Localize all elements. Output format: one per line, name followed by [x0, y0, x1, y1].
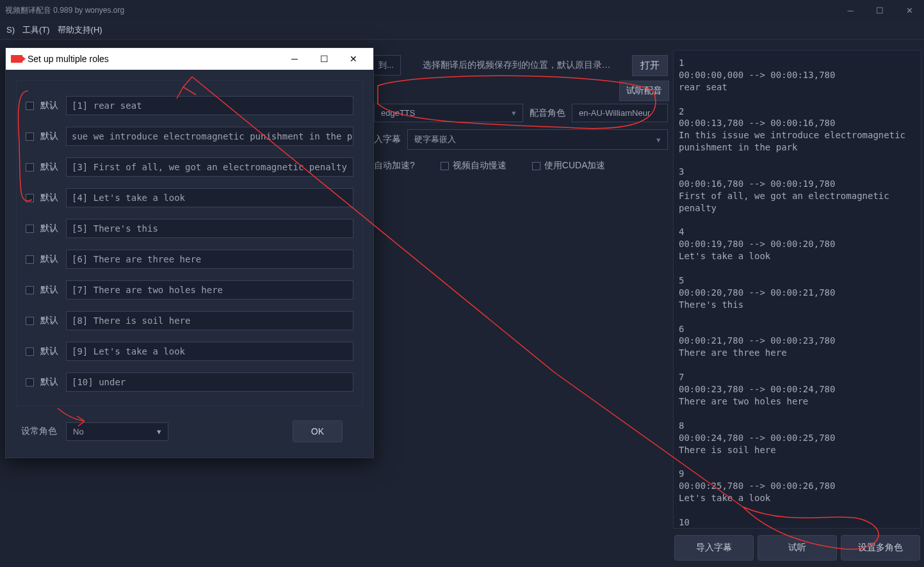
maximize-button[interactable]: ☐	[865, 0, 895, 20]
app-title: 视频翻译配音 0.989 by wonyes.org	[5, 5, 124, 16]
role-row: 默认[9] Let's take a look	[26, 342, 353, 361]
auto-slow-checkbox[interactable]	[441, 162, 449, 170]
role-row: 默认[7] There are two holes here	[26, 280, 353, 299]
role-row: 默认[10] under	[26, 372, 353, 392]
set-multi-role-button[interactable]: 设置多角色	[841, 535, 920, 561]
role-checkbox[interactable]	[26, 102, 34, 110]
ok-button[interactable]: OK	[293, 420, 343, 442]
preview-button[interactable]: 试听	[758, 535, 837, 561]
menu-item[interactable]: S)	[3, 25, 19, 35]
role-default-label: 默认	[40, 284, 60, 296]
role-row: 默认[4] Let's take a look	[26, 188, 353, 207]
modal-close-button[interactable]: ✕	[339, 48, 368, 70]
camera-icon	[11, 55, 22, 63]
role-default-label: 默认	[40, 223, 60, 234]
role-checkbox[interactable]	[26, 317, 34, 325]
role-text-input[interactable]: [1] rear seat	[66, 96, 353, 115]
role-default-label: 默认	[40, 253, 60, 265]
set-role-label: 设常角色	[21, 426, 57, 437]
minimize-button[interactable]: ─	[836, 0, 865, 20]
auto-accel-label: 自动加速?	[374, 160, 415, 172]
role-default-label: 默认	[40, 192, 60, 204]
role-text-input[interactable]: sue we introduce electromagnetic punishm…	[66, 127, 353, 146]
save-hint: 选择翻译后的视频保存到的位置，默认原目录…	[406, 60, 627, 71]
set-role-select[interactable]: No ▾	[66, 422, 168, 441]
role-default-label: 默认	[40, 376, 60, 388]
role-default-label: 默认	[40, 131, 60, 142]
role-row: 默认[5] There's this	[26, 219, 353, 238]
tts-engine-value: edgeTTS	[381, 108, 415, 118]
voice-select[interactable]: en-AU-WilliamNeur	[572, 104, 668, 122]
role-text-input[interactable]: [9] Let's take a look	[66, 342, 353, 361]
chevron-down-icon: ▾	[512, 108, 516, 118]
modal-titlebar: Set up multiple roles ─ ☐ ✕	[6, 48, 373, 70]
menubar: S) 工具(T) 帮助支持(H)	[0, 20, 924, 40]
subtitle-panel: 1 00:00:00,000 --> 00:00:13,780 rear sea…	[673, 50, 921, 563]
modal-maximize-button[interactable]: ☐	[309, 48, 339, 70]
subtitle-textarea[interactable]: 1 00:00:00,000 --> 00:00:13,780 rear sea…	[673, 50, 921, 529]
role-default-label: 默认	[40, 315, 60, 326]
close-button[interactable]: ✕	[895, 0, 924, 20]
subtitle-mode-select[interactable]: 硬字幕嵌入 ▾	[407, 129, 668, 150]
role-text-input[interactable]: [8] There is soil here	[66, 311, 353, 330]
voice-value: en-AU-WilliamNeur	[579, 108, 650, 118]
auto-slow-label: 视频自动慢速	[453, 160, 507, 172]
cuda-checkbox[interactable]	[532, 162, 540, 170]
menu-item[interactable]: 帮助支持(H)	[54, 24, 106, 36]
role-text-input[interactable]: [3] First of all, we got an electromagne…	[66, 157, 353, 177]
subtitle-mode-value: 硬字幕嵌入	[414, 134, 456, 145]
role-checkbox[interactable]	[26, 225, 34, 233]
role-row: 默认[6] There are three here	[26, 250, 353, 269]
multi-role-modal: Set up multiple roles ─ ☐ ✕ 默认[1] rear s…	[5, 47, 374, 458]
role-row: 默认[1] rear seat	[26, 96, 353, 115]
open-button[interactable]: 打开	[632, 55, 668, 76]
role-row: 默认[3] First of all, we got an electromag…	[26, 157, 353, 177]
voice-label: 配音角色	[530, 108, 565, 119]
menu-item[interactable]: 工具(T)	[19, 24, 54, 36]
cuda-label: 使用CUDA加速	[544, 160, 606, 172]
titlebar: 视频翻译配音 0.989 by wonyes.org ─ ☐ ✕	[0, 0, 924, 20]
import-subtitle-button[interactable]: 导入字幕	[674, 535, 754, 561]
role-checkbox[interactable]	[26, 132, 34, 141]
chevron-down-icon: ▾	[656, 135, 661, 145]
modal-minimize-button[interactable]: ─	[280, 48, 309, 70]
role-text-input[interactable]: [6] There are three here	[66, 250, 353, 269]
role-default-label: 默认	[40, 346, 60, 357]
set-role-value: No	[73, 427, 84, 436]
role-checkbox[interactable]	[26, 347, 34, 356]
role-checkbox[interactable]	[26, 194, 34, 202]
to-dropdown[interactable]: 到...	[371, 55, 401, 76]
role-checkbox[interactable]	[26, 286, 34, 294]
modal-title-text: Set up multiple roles	[28, 54, 109, 64]
role-default-label: 默认	[40, 161, 60, 173]
role-text-input[interactable]: [4] Let's take a look	[66, 188, 353, 207]
role-row: 默认sue we introduce electromagnetic punis…	[26, 127, 353, 146]
role-text-input[interactable]: [7] There are two holes here	[66, 280, 353, 299]
role-checkbox[interactable]	[26, 163, 34, 172]
tts-engine-select[interactable]: edgeTTS ▾	[374, 104, 523, 122]
role-text-input[interactable]: [10] under	[66, 372, 353, 392]
role-checkbox[interactable]	[26, 378, 34, 387]
test-listen-button[interactable]: 试听配音	[619, 81, 669, 101]
chevron-down-icon: ▾	[157, 427, 161, 436]
role-row: 默认[8] There is soil here	[26, 311, 353, 330]
role-checkbox[interactable]	[26, 255, 34, 264]
role-default-label: 默认	[40, 100, 60, 111]
subtitle-mode-label: 入字幕	[374, 134, 401, 145]
to-label: 到...	[378, 60, 394, 71]
role-text-input[interactable]: [5] There's this	[66, 219, 353, 238]
